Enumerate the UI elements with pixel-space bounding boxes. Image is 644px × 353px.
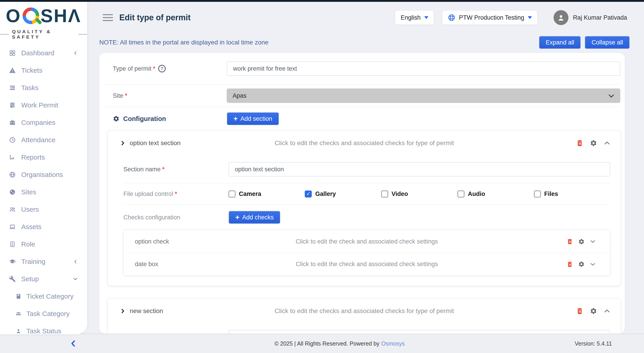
- workspace-dropdown[interactable]: PTW Production Testing: [442, 11, 537, 25]
- language-dropdown[interactable]: English: [395, 11, 434, 25]
- delete-check-icon[interactable]: [566, 238, 573, 245]
- sidebar-item-label: Sites: [21, 188, 36, 196]
- briefcase-icon: [9, 119, 16, 126]
- add-section-button[interactable]: + Add section: [227, 112, 279, 125]
- note-bar: NOTE: All times in the portal are displa…: [87, 34, 644, 52]
- checkbox-box[interactable]: [305, 190, 312, 197]
- checkbox-box[interactable]: [228, 190, 236, 197]
- section-name-input[interactable]: [228, 162, 610, 177]
- site-label: Site *: [113, 92, 227, 99]
- check-settings-gear-icon[interactable]: [578, 261, 585, 267]
- chevron-right-icon: [120, 140, 126, 146]
- checkbox-camera[interactable]: Camera: [228, 190, 305, 197]
- sidebar: OSHΛ QUALITY & SAFETY Dashboard Tickets …: [0, 0, 87, 334]
- sidebar-item-training[interactable]: Training: [0, 253, 87, 270]
- sidebar-item-attendance[interactable]: Attendance: [0, 131, 87, 149]
- section-settings-gear-icon[interactable]: [590, 140, 597, 147]
- help-icon[interactable]: [158, 65, 166, 73]
- site-row: Site * Apas: [99, 85, 625, 107]
- delete-check-icon[interactable]: [566, 261, 573, 268]
- users-icon: [9, 206, 16, 213]
- wrench-icon: [9, 276, 16, 282]
- checkbox-box[interactable]: [534, 190, 541, 197]
- sidebar-item-users[interactable]: Users: [0, 201, 87, 218]
- checkbox-box[interactable]: [381, 190, 388, 197]
- sidebar-item-label: Tickets: [21, 67, 42, 74]
- checkbox-audio[interactable]: Audio: [458, 190, 534, 197]
- delete-section-icon[interactable]: [576, 139, 584, 147]
- expand-check-chevron-down-icon[interactable]: [590, 261, 596, 267]
- osmosys-link[interactable]: Osmosys: [381, 340, 405, 347]
- chart-icon: [9, 154, 16, 161]
- check-name: option check: [135, 238, 169, 245]
- file-upload-options: Camera Gallery Video Audio: [228, 190, 610, 197]
- required-asterisk: *: [175, 190, 177, 197]
- sidebar-item-companies[interactable]: Companies: [0, 114, 87, 131]
- section-name: option text section: [130, 140, 181, 147]
- logo-q-icon: [22, 8, 39, 24]
- sidebar-item-tickets[interactable]: Tickets: [0, 62, 87, 79]
- edit-permit-form-card: Type of permit * Site * Apas Configurati…: [99, 53, 625, 333]
- sidebar-item-organisations[interactable]: Organisations: [0, 166, 87, 183]
- sidebar-item-sites[interactable]: Sites: [0, 183, 87, 201]
- section-header[interactable]: Click to edit the checks and associated …: [108, 131, 620, 156]
- checkbox-video[interactable]: Video: [381, 190, 458, 197]
- check-hint: Click to edit the check and associated c…: [124, 261, 610, 268]
- check-row-date-box[interactable]: Click to edit the check and associated c…: [124, 253, 610, 275]
- section-name-label: Section name *: [124, 166, 228, 173]
- chevron-down-icon: [73, 276, 78, 282]
- user-avatar[interactable]: [554, 10, 568, 25]
- laptop-icon: [9, 223, 16, 230]
- chevron-left-icon: [73, 259, 78, 264]
- expand-all-button[interactable]: Expand all: [539, 36, 581, 49]
- page-title: Edit type of permit: [119, 13, 190, 22]
- delete-section-icon[interactable]: [576, 307, 584, 315]
- checkbox-files[interactable]: Files: [534, 190, 610, 197]
- sidebar-item-label: Role: [21, 240, 35, 248]
- expand-check-chevron-down-icon[interactable]: [590, 238, 596, 245]
- check-row-option-check[interactable]: Click to edit the check and associated c…: [124, 230, 610, 253]
- building-icon: [9, 102, 16, 109]
- sidebar-item-setup[interactable]: Setup: [0, 270, 87, 287]
- section-card-option-text: Click to edit the checks and associated …: [108, 130, 621, 286]
- checkbox-box[interactable]: [458, 190, 464, 197]
- type-of-permit-input[interactable]: [227, 61, 620, 76]
- hamburger-menu-icon[interactable]: [103, 14, 113, 21]
- section-hint: Click to edit the checks and associated …: [108, 307, 620, 315]
- sidebar-item-role[interactable]: Role: [0, 235, 87, 253]
- site-select[interactable]: Apas: [227, 89, 620, 103]
- sidebar-item-tasks[interactable]: Tasks: [0, 79, 87, 96]
- sidebar-item-label: Tasks: [21, 84, 38, 92]
- version-text: Version: 5.4.11: [575, 340, 612, 347]
- sidebar-item-ticket-category[interactable]: Ticket Category: [0, 287, 87, 305]
- sidebar-item-task-category[interactable]: Task Category: [0, 305, 87, 322]
- checkbox-gallery[interactable]: Gallery: [305, 190, 381, 197]
- tagline-text: QUALITY & SAFETY: [12, 29, 75, 40]
- graduation-cap-icon: [9, 258, 16, 265]
- collapse-section-chevron-up-icon[interactable]: [604, 307, 610, 315]
- type-of-permit-label: Type of permit *: [113, 65, 227, 73]
- file-upload-control-label: File upload control *: [124, 190, 228, 197]
- sidebar-item-assets[interactable]: Assets: [0, 218, 87, 235]
- check-settings-gear-icon[interactable]: [578, 238, 585, 245]
- collapse-section-chevron-up-icon[interactable]: [604, 140, 610, 147]
- sidebar-item-task-status[interactable]: Task Status: [0, 322, 87, 340]
- section-settings-gear-icon[interactable]: [590, 307, 597, 315]
- people-group-icon: [15, 310, 22, 317]
- sidebar-item-reports[interactable]: Reports: [0, 149, 87, 166]
- book-icon: [15, 293, 22, 299]
- sidebar-item-work-permit[interactable]: Work Permit: [0, 96, 87, 114]
- section-name-input[interactable]: [228, 330, 610, 333]
- sidebar-item-dashboard[interactable]: Dashboard: [0, 44, 87, 62]
- section-header[interactable]: Click to edit the checks and associated …: [108, 299, 620, 323]
- required-asterisk: *: [125, 92, 128, 99]
- sidebar-collapse-chevron-icon[interactable]: [69, 339, 78, 348]
- section-name-row: Section name *: [124, 156, 610, 183]
- add-checks-button[interactable]: + Add checks: [228, 211, 280, 224]
- dashboard-grid-icon: [9, 50, 16, 57]
- collapse-all-button[interactable]: Collapse all: [585, 36, 630, 49]
- tasks-list-icon: [9, 84, 16, 91]
- section-card-new-section: Click to edit the checks and associated …: [108, 298, 621, 333]
- checks-configuration-label: Checks configuration: [124, 214, 228, 221]
- check-name: date box: [135, 261, 158, 268]
